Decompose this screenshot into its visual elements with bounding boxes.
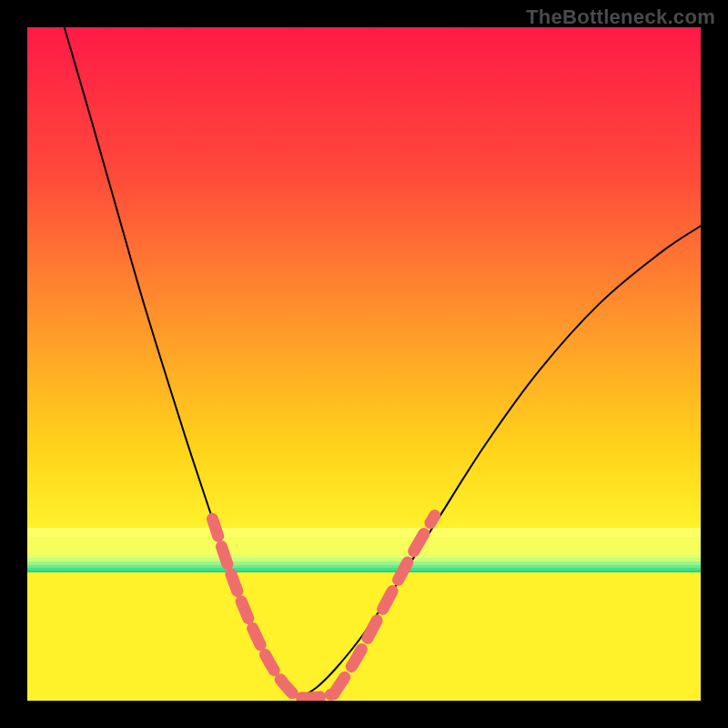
series-highlight_left <box>213 519 334 698</box>
series-curve_right <box>300 226 701 697</box>
series-curve_left <box>65 27 300 697</box>
curve-layer <box>27 27 701 701</box>
series-highlight_right <box>334 516 435 694</box>
chart-stage: TheBottleneck.com <box>0 0 728 728</box>
plot-area <box>27 27 701 701</box>
watermark-text: TheBottleneck.com <box>526 5 715 29</box>
